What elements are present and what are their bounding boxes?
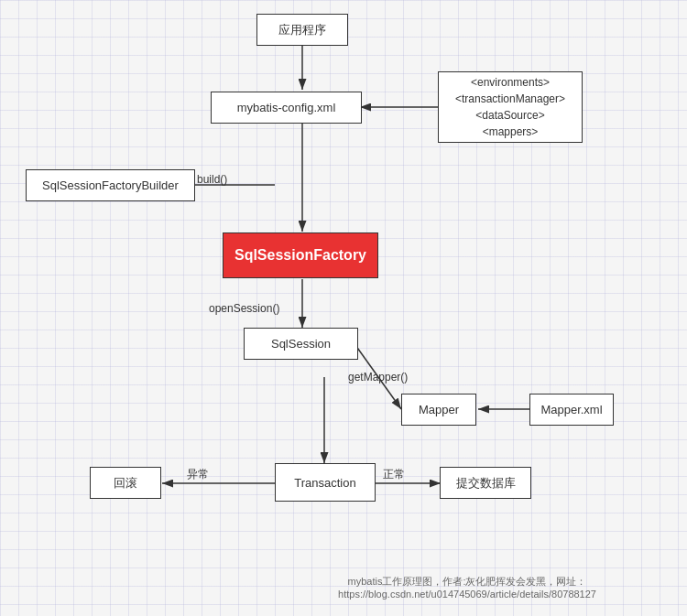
rollback-node: 回滚 (90, 467, 161, 499)
transaction-node: Transaction (275, 463, 376, 502)
get-mapper-label: getMapper() (348, 371, 408, 384)
open-session-label: openSession() (209, 302, 279, 315)
commit-node: 提交数据库 (440, 467, 531, 499)
session-node: SqlSession (244, 328, 358, 360)
session-factory-node: SqlSessionFactory (223, 232, 378, 278)
app-node: 应用程序 (256, 14, 348, 46)
config-node: mybatis-config.xml (211, 92, 362, 124)
build-label: build() (197, 173, 227, 186)
footer: mybatis工作原理图，作者:灰化肥挥发会发黑，网址： https://blo… (275, 575, 660, 600)
normal-label: 正常 (383, 467, 405, 482)
environments-node: <environments><transactionManager><dataS… (438, 71, 583, 143)
factory-builder-node: SqlSessionFactoryBuilder (26, 169, 195, 201)
mapper-xml-node: Mapper.xml (529, 394, 614, 426)
diagram-container: 应用程序 mybatis-config.xml <environments><t… (0, 0, 687, 616)
exception-label: 异常 (187, 467, 209, 482)
mapper-node: Mapper (401, 394, 476, 426)
